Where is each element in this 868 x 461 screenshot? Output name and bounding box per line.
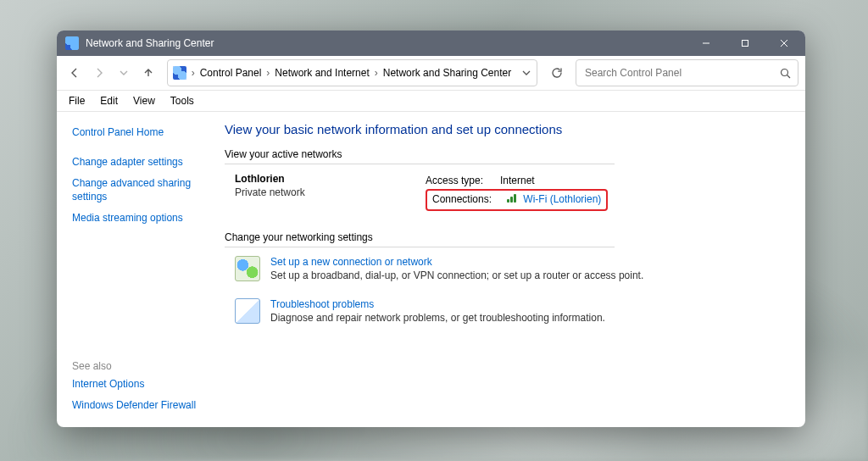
search-input[interactable] bbox=[583, 66, 780, 80]
network-name: Lothlorien bbox=[235, 173, 285, 185]
sidebar-see-also-label: See also bbox=[72, 343, 208, 372]
network-center-icon bbox=[65, 36, 79, 50]
page-heading: View your basic network information and … bbox=[225, 122, 788, 136]
sidebar-advanced-sharing[interactable]: Change advanced sharing settings bbox=[72, 177, 208, 203]
titlebar[interactable]: Network and Sharing Center bbox=[57, 31, 805, 56]
task-troubleshoot: Troubleshoot problems Diagnose and repai… bbox=[225, 298, 788, 324]
menu-bar: File Edit View Tools bbox=[57, 91, 805, 112]
close-button[interactable] bbox=[765, 31, 804, 56]
access-type-label: Access type: bbox=[426, 173, 493, 189]
search-box[interactable] bbox=[576, 59, 798, 86]
breadcrumb-root[interactable]: Control Panel bbox=[200, 67, 262, 79]
sidebar-control-panel-home[interactable]: Control Panel Home bbox=[72, 126, 208, 140]
minimize-button[interactable] bbox=[687, 31, 726, 56]
chevron-right-icon: › bbox=[266, 67, 270, 79]
sidebar-media-streaming[interactable]: Media streaming options bbox=[72, 212, 208, 225]
breadcrumb-leaf[interactable]: Network and Sharing Center bbox=[383, 67, 511, 79]
refresh-button[interactable] bbox=[544, 60, 569, 86]
control-panel-icon bbox=[173, 66, 186, 80]
setup-connection-icon bbox=[235, 256, 260, 281]
divider bbox=[225, 247, 615, 247]
access-type-value: Internet bbox=[500, 173, 535, 189]
troubleshoot-desc: Diagnose and repair network problems, or… bbox=[270, 312, 605, 324]
sidebar: Control Panel Home Change adapter settin… bbox=[57, 112, 214, 427]
chevron-right-icon: › bbox=[375, 67, 378, 79]
troubleshoot-link[interactable]: Troubleshoot problems bbox=[270, 298, 374, 310]
window-title: Network and Sharing Center bbox=[86, 37, 214, 49]
svg-line-5 bbox=[787, 75, 791, 78]
wifi-connection-link[interactable]: Wi-Fi (Lothlorien) bbox=[523, 193, 601, 205]
menu-tools[interactable]: Tools bbox=[164, 93, 201, 108]
divider bbox=[225, 164, 615, 164]
back-button[interactable] bbox=[64, 61, 86, 85]
wifi-signal-icon bbox=[507, 194, 519, 203]
network-type: Private network bbox=[235, 186, 426, 198]
svg-point-4 bbox=[782, 69, 788, 75]
chevron-right-icon: › bbox=[192, 67, 195, 79]
sidebar-change-adapter[interactable]: Change adapter settings bbox=[72, 156, 208, 169]
address-bar[interactable]: › Control Panel › Network and Internet ›… bbox=[167, 59, 538, 86]
connections-callout: Connections: Wi-Fi (Lothlorien) bbox=[426, 189, 608, 211]
menu-file[interactable]: File bbox=[62, 93, 92, 108]
setup-connection-desc: Set up a broadband, dial-up, or VPN conn… bbox=[270, 269, 643, 281]
sidebar-internet-options[interactable]: Internet Options bbox=[72, 378, 208, 392]
main-content: View your basic network information and … bbox=[214, 112, 805, 427]
svg-rect-1 bbox=[743, 41, 748, 47]
breadcrumb-mid[interactable]: Network and Internet bbox=[275, 67, 369, 79]
nav-toolbar: › Control Panel › Network and Internet ›… bbox=[57, 56, 805, 91]
sidebar-defender-firewall[interactable]: Windows Defender Firewall bbox=[72, 399, 208, 413]
active-networks-label: View your active networks bbox=[225, 148, 788, 160]
task-setup-connection: Set up a new connection or network Set u… bbox=[225, 256, 788, 281]
maximize-button[interactable] bbox=[726, 31, 765, 56]
setup-connection-link[interactable]: Set up a new connection or network bbox=[270, 256, 432, 268]
menu-view[interactable]: View bbox=[126, 93, 162, 108]
recent-dropdown-icon[interactable] bbox=[113, 61, 136, 85]
search-icon bbox=[780, 68, 791, 79]
menu-edit[interactable]: Edit bbox=[93, 93, 125, 108]
chevron-down-icon[interactable] bbox=[521, 68, 531, 78]
up-button[interactable] bbox=[137, 61, 160, 85]
connections-label: Connections: bbox=[432, 192, 500, 208]
troubleshoot-icon bbox=[235, 298, 260, 324]
change-settings-label: Change your networking settings bbox=[225, 231, 788, 243]
control-panel-window: Network and Sharing Center › Control Pan… bbox=[57, 31, 805, 427]
forward-button[interactable] bbox=[88, 61, 111, 85]
active-network-row: Lothlorien Private network Access type: … bbox=[225, 173, 788, 211]
